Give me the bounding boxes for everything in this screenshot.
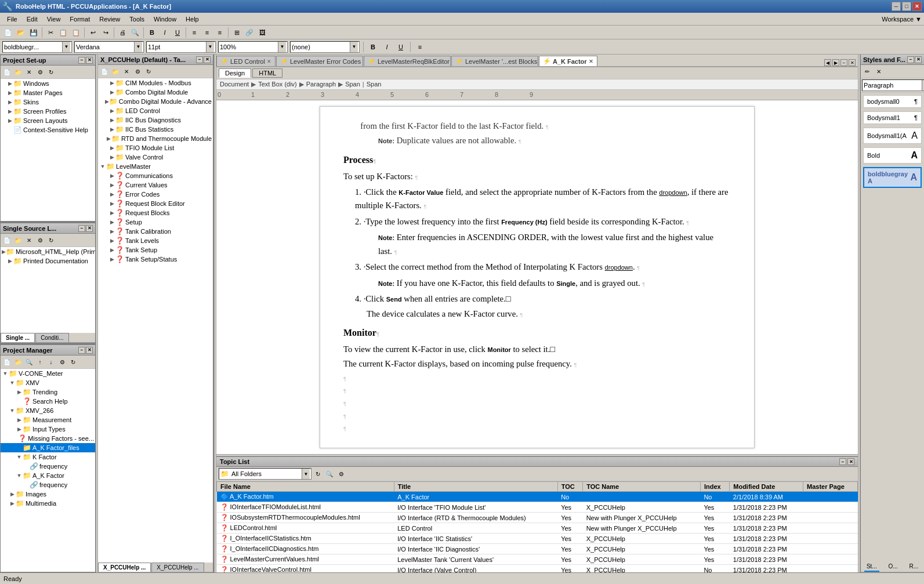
file-tree-content[interactable]: ▶ 📁 CIM Modules - Modbus ▶ 📁 Combo Digit… <box>98 78 213 563</box>
pm-tree-vcone[interactable]: ▼ 📁 V-CONE_Meter <box>1 369 95 378</box>
pm-tree-frequency-2[interactable]: 🔗 frequency <box>1 480 95 489</box>
project-setup-close-btn[interactable]: ✕ <box>86 57 93 64</box>
ft-item-tfio[interactable]: ▶ 📁 TFIO Module List <box>98 143 213 153</box>
style-bodysmall0[interactable]: bodysmall0 ¶ <box>863 95 922 108</box>
ps-delete-btn[interactable]: ✕ <box>24 67 34 77</box>
topic-row-6[interactable]: ❓ LevelMasterCurrentValues.html LevelMas… <box>217 554 858 565</box>
menu-window[interactable]: Window <box>149 14 181 24</box>
project-setup-tree[interactable]: ▶ 📁 Windows ▶ 📁 Master Pages ▶ 📁 Skins <box>1 79 95 221</box>
tree-item-master-pages[interactable]: ▶ 📁 Master Pages <box>1 88 95 97</box>
design-view-btn[interactable]: Design <box>219 68 251 78</box>
tfio-toggle[interactable]: ▶ <box>108 145 115 151</box>
insert-button[interactable]: ⊞ <box>231 27 242 38</box>
k-factor-toggle[interactable]: ▼ <box>16 454 23 460</box>
doc-tab-led[interactable]: ⚡ LED Control ✕ <box>216 56 276 66</box>
tank-calib-toggle[interactable]: ▶ <box>108 228 115 234</box>
pm-tree-missing-factors[interactable]: ❓ Missing Factors - see... <box>1 434 95 443</box>
doc-tab-levelmaster-req[interactable]: ⚡ LevelMasterReqBlkEditor ✕ <box>364 56 451 66</box>
ft-folder-btn[interactable]: 📁 <box>110 66 121 77</box>
combo-digital-toggle[interactable]: ▶ <box>108 89 115 95</box>
ft-item-comms[interactable]: ▶ ❓ Communications <box>98 171 213 180</box>
right-tab-o[interactable]: O... <box>886 562 900 572</box>
find-button[interactable]: 🔍 <box>129 27 141 38</box>
iic-diag-toggle[interactable]: ▶ <box>108 117 115 123</box>
skins-toggle[interactable]: ▶ <box>6 99 13 105</box>
tree-item-ms-html-help[interactable]: ▶ 📁 Microsoft_HTML_Help (Primary l... <box>1 247 95 256</box>
ss-folder-btn[interactable]: 📁 <box>13 235 23 245</box>
conditi-tab[interactable]: Conditi... <box>35 333 68 342</box>
align-left-button[interactable]: ≡ <box>189 27 200 38</box>
tree-item-screen-profiles[interactable]: ▶ 📁 Screen Profiles <box>1 107 95 116</box>
styles-type-combo[interactable]: Paragraph ▼ <box>862 79 924 91</box>
topic-list-close-btn[interactable]: ✕ <box>847 458 854 465</box>
ft-item-iic-stat[interactable]: ▶ 📁 IIC Bus Statistics <box>98 125 213 134</box>
ps-prop-btn[interactable]: ⚙ <box>35 67 45 77</box>
single-source-pin-btn[interactable]: − <box>78 225 85 232</box>
styles-type-dropdown-btn[interactable]: ▼ <box>922 80 924 90</box>
single-tab[interactable]: Single ... <box>1 333 35 342</box>
iic-stat-toggle[interactable]: ▶ <box>108 126 115 132</box>
measurement-toggle[interactable]: ▶ <box>16 417 23 423</box>
pm-new-btn[interactable]: 📄 <box>2 357 12 367</box>
breadcrumb-paragraph[interactable]: Paragraph <box>306 81 336 88</box>
menu-tools[interactable]: Tools <box>125 14 149 24</box>
ft-item-current-values[interactable]: ▶ ❓ Current Values <box>98 180 213 190</box>
styles-pin-btn[interactable]: − <box>907 56 914 63</box>
menu-view[interactable]: View <box>42 14 66 24</box>
menu-format[interactable]: Format <box>65 14 95 24</box>
font-size-dropdown-btn[interactable]: ▼ <box>206 42 214 52</box>
topic-row-0[interactable]: 🔷 A_K Factor.htm A_K Factor No No 2/1/20… <box>217 492 858 502</box>
doc-tab-levelmaster-test[interactable]: ⚡ LevelMaster '...est Blocks' ✕ <box>451 56 538 66</box>
styles-edit-btn[interactable]: ✏ <box>862 66 872 77</box>
doc-tab-levelmaster-error[interactable]: ⚡ LevelMaster Error Codes ✕ <box>276 56 363 66</box>
led-tab-close[interactable]: ✕ <box>267 59 271 64</box>
tree-item-skins[interactable]: ▶ 📁 Skins <box>1 97 95 107</box>
font-name-combo[interactable]: Verdana ▼ <box>74 41 144 53</box>
topic-row-7[interactable]: ❓ IOInterfaceValveControl.html I/O Inter… <box>217 565 858 573</box>
ft-delete-btn[interactable]: ✕ <box>121 66 132 77</box>
single-source-close-btn[interactable]: ✕ <box>86 225 93 232</box>
rbe-toggle[interactable]: ▶ <box>108 201 115 206</box>
format-list-button[interactable]: ≡ <box>414 41 426 53</box>
doc-nav-right[interactable]: ▶ <box>832 59 839 66</box>
topic-row-5[interactable]: ❓ I_OInterfaceIICDiagnostics.htm I/O Int… <box>217 544 858 554</box>
tl-settings-btn[interactable]: ⚙ <box>336 469 346 479</box>
ft-item-led[interactable]: ▶ 📁 LED Control <box>98 106 213 115</box>
tl-filter-btn[interactable]: 🔍 <box>324 469 335 479</box>
ps-new-btn[interactable]: 📄 <box>2 67 12 77</box>
ft-item-tank-setup-status[interactable]: ▶ ❓ Tank Setup/Status <box>98 255 213 264</box>
tank-setup-toggle[interactable]: ▶ <box>108 247 115 253</box>
ss-new-btn[interactable]: 📄 <box>2 235 12 245</box>
master-pages-toggle[interactable]: ▶ <box>6 90 13 96</box>
pm-tree-k-factor[interactable]: ▼ 📁 K Factor <box>1 452 95 462</box>
font-style-combo[interactable]: boldbluegr... ▼ <box>2 41 72 53</box>
ps-folder-btn[interactable]: 📁 <box>13 67 23 77</box>
col-title[interactable]: Title <box>394 482 557 492</box>
breadcrumb-textbox[interactable]: Text Box (div) <box>258 81 297 88</box>
format-bold-button[interactable]: B <box>367 41 379 53</box>
open-button[interactable]: 📂 <box>15 27 27 38</box>
lm-error-close[interactable]: ✕ <box>363 59 363 64</box>
ft-item-tank-calib[interactable]: ▶ ❓ Tank Calibration <box>98 227 213 236</box>
doc-pin-btn[interactable]: − <box>840 59 847 66</box>
tree-item-screen-layouts[interactable]: ▶ 📁 Screen Layouts <box>1 116 95 125</box>
paste-button[interactable]: 📋 <box>70 27 82 38</box>
ft-item-iic-diag[interactable]: ▶ 📁 IIC Bus Diagnostics <box>98 115 213 125</box>
windows-toggle[interactable]: ▶ <box>6 81 13 86</box>
undo-button[interactable]: ↩ <box>87 27 99 38</box>
input-types-toggle[interactable]: ▶ <box>16 426 23 432</box>
pm-tree-ak-factor[interactable]: ▼ 📁 A_K Factor <box>1 471 95 480</box>
ft-item-combo-digital[interactable]: ▶ 📁 Combo Digital Module <box>98 88 213 97</box>
menu-edit[interactable]: Edit <box>22 14 42 24</box>
topic-list-pin-btn[interactable]: − <box>839 458 846 465</box>
ft-tab-2[interactable]: X_PCCUHelp ... <box>151 563 204 572</box>
all-folders-dropdown-btn[interactable]: ▼ <box>302 469 310 479</box>
format-italic-button[interactable]: I <box>381 41 393 53</box>
tree-item-printed-doc[interactable]: ▶ 📁 Printed Documentation <box>1 256 95 266</box>
pm-close-btn[interactable]: ✕ <box>86 347 93 354</box>
col-toc-name[interactable]: TOC Name <box>583 482 701 492</box>
ft-tab-1[interactable]: X_PCCUHelp ... <box>98 563 151 572</box>
style-bodysmall1a[interactable]: Bodysmall1(A A <box>863 128 922 144</box>
ak-factor-toggle[interactable]: ▼ <box>16 473 23 478</box>
ft-new-btn[interactable]: 📄 <box>99 66 110 77</box>
